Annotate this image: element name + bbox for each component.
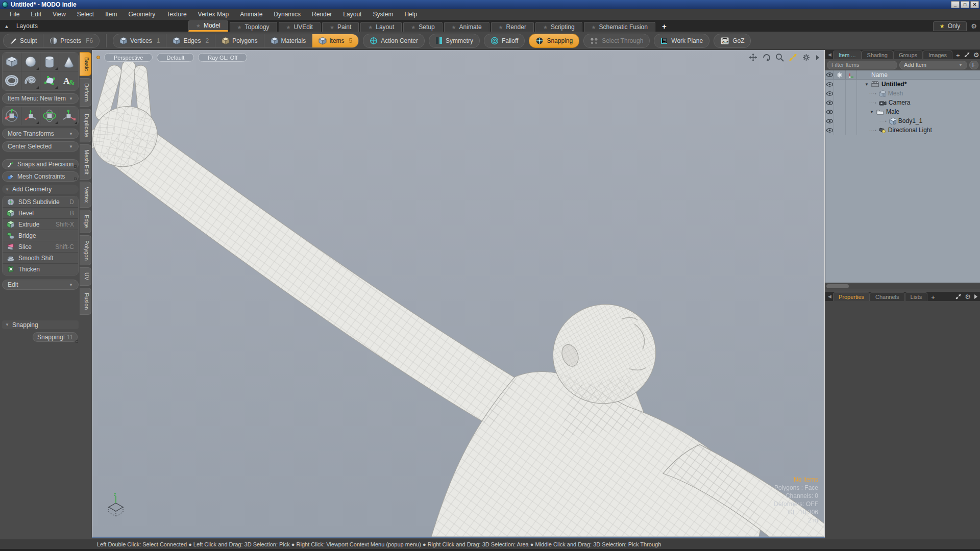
rotate-tool-button[interactable] bbox=[40, 107, 59, 126]
menu-item[interactable]: Item bbox=[100, 9, 122, 20]
tab-channels[interactable]: Channels bbox=[870, 292, 904, 301]
more-transforms-dropdown[interactable]: More Transforms ▼ bbox=[2, 129, 79, 139]
visibility-column-icon[interactable] bbox=[826, 72, 833, 77]
popout-square[interactable] bbox=[74, 178, 77, 180]
add-tab-button[interactable]: + bbox=[657, 21, 672, 32]
close-button[interactable]: ✕ bbox=[970, 1, 979, 8]
sds-subdivide-button[interactable]: SDS Subdivide D bbox=[3, 196, 78, 208]
sculpt-button[interactable]: Sculpt bbox=[4, 34, 43, 47]
falloff-button[interactable]: Falloff bbox=[484, 34, 525, 48]
symmetry-button[interactable]: Symmetry bbox=[429, 34, 480, 48]
menu-view[interactable]: View bbox=[47, 9, 71, 20]
maximize-viewport-icon[interactable] bbox=[789, 53, 797, 62]
vtab-basic[interactable]: Basic bbox=[80, 52, 91, 76]
popout-square[interactable] bbox=[74, 165, 77, 168]
filter-items-input[interactable] bbox=[827, 61, 897, 69]
viewport-mode-button[interactable]: Perspective bbox=[104, 53, 153, 62]
viewport-3d[interactable]: Perspective Default Ray GL: Off z No Ite… bbox=[92, 50, 825, 538]
vtab-deform[interactable]: Deform bbox=[80, 78, 91, 107]
pen-polygon-button[interactable] bbox=[40, 71, 59, 90]
cone-primitive-button[interactable] bbox=[59, 53, 78, 71]
presets-button[interactable]: Presets F6 bbox=[43, 34, 99, 47]
name-column-header[interactable]: Name bbox=[857, 71, 980, 79]
tab-layout[interactable]: ★ Layout bbox=[360, 22, 402, 32]
menu-vertex-map[interactable]: Vertex Map bbox=[192, 9, 235, 20]
vertices-mode-button[interactable]: Vertices 1 bbox=[113, 34, 166, 47]
tree-row-scene[interactable]: ▼ Untitled* bbox=[825, 80, 980, 89]
eye-icon[interactable] bbox=[826, 82, 833, 87]
extrude-button[interactable]: Extrude Shift-X bbox=[3, 219, 78, 230]
layouts-menu[interactable]: Layouts bbox=[16, 22, 38, 30]
tab-schematic-fusion[interactable]: ★ Schematic Fusion bbox=[584, 22, 655, 32]
work-plane-button[interactable]: Work Plane bbox=[654, 34, 709, 48]
sphere-primitive-button[interactable] bbox=[21, 53, 40, 71]
cylinder-primitive-button[interactable] bbox=[40, 53, 59, 71]
snaps-precision-button[interactable]: Snaps and Precision bbox=[2, 159, 79, 169]
edges-mode-button[interactable]: Edges 2 bbox=[166, 34, 215, 47]
menu-system[interactable]: System bbox=[367, 9, 399, 20]
tab-animate[interactable]: ★ Animate bbox=[444, 22, 489, 32]
helix-primitive-button[interactable] bbox=[21, 71, 40, 90]
slice-button[interactable]: Slice Shift-C bbox=[3, 241, 78, 253]
tab-shading[interactable]: Shading bbox=[862, 51, 893, 59]
add-panel-tab-button[interactable]: + bbox=[952, 52, 964, 59]
vtab-duplicate[interactable]: Duplicate bbox=[80, 109, 91, 142]
bridge-button[interactable]: Bridge bbox=[3, 230, 78, 241]
gear-icon[interactable]: ⚙ bbox=[971, 22, 977, 30]
eye-icon[interactable] bbox=[826, 91, 833, 96]
eye-icon[interactable] bbox=[826, 101, 833, 105]
tab-images[interactable]: Images bbox=[923, 51, 952, 59]
expand-triangle-icon[interactable]: ▼ bbox=[864, 82, 869, 87]
tab-setup[interactable]: ★ Setup bbox=[403, 22, 442, 32]
menu-file[interactable]: File bbox=[4, 9, 25, 20]
materials-mode-button[interactable]: Materials bbox=[264, 34, 313, 47]
tab-paint[interactable]: ★ Paint bbox=[322, 22, 359, 32]
snapping-section-header[interactable]: ▼ Snapping bbox=[2, 320, 79, 329]
menu-geometry[interactable]: Geometry bbox=[123, 9, 161, 20]
vtab-vertex[interactable]: Vertex bbox=[80, 182, 91, 208]
snapping-f11-button[interactable]: Snapping F11 bbox=[33, 332, 78, 342]
tab-groups[interactable]: Groups bbox=[893, 51, 923, 59]
expand-panel-icon[interactable] bbox=[955, 293, 962, 300]
add-geometry-header[interactable]: ▼ Add Geometry bbox=[2, 185, 79, 194]
torus-primitive-button[interactable] bbox=[3, 71, 21, 90]
bevel-button[interactable]: Bevel B bbox=[3, 208, 78, 219]
add-item-dropdown[interactable]: Add Item ▼ bbox=[899, 61, 967, 69]
eye-icon[interactable] bbox=[826, 110, 833, 114]
popout-square[interactable] bbox=[76, 340, 78, 343]
orbit-icon[interactable] bbox=[762, 53, 771, 62]
edit-dropdown[interactable]: Edit ▼ bbox=[2, 280, 79, 290]
thicken-button[interactable]: Thicken bbox=[3, 264, 78, 275]
tab-properties[interactable]: Properties bbox=[833, 292, 870, 301]
filter-preset-button[interactable]: F bbox=[969, 61, 978, 69]
maximize-button[interactable]: □ bbox=[961, 1, 969, 8]
menu-render[interactable]: Render bbox=[306, 9, 337, 20]
tab-lists[interactable]: Lists bbox=[905, 292, 928, 301]
locator-column-icon[interactable] bbox=[848, 72, 854, 78]
collapse-panel-icon[interactable]: ◀ bbox=[826, 52, 833, 57]
tree-row-camera[interactable]: ···▪ Camera bbox=[825, 98, 980, 107]
vtab-edge[interactable]: Edge bbox=[80, 210, 91, 233]
collapse-panel-icon[interactable]: ◀ bbox=[826, 294, 833, 299]
eye-icon[interactable] bbox=[826, 119, 833, 123]
pan-icon[interactable] bbox=[749, 53, 757, 62]
expand-panel-icon[interactable] bbox=[964, 52, 970, 58]
vtab-uv[interactable]: UV bbox=[80, 267, 91, 285]
menu-select[interactable]: Select bbox=[71, 9, 100, 20]
move-tool-button[interactable] bbox=[21, 107, 40, 126]
smooth-shift-button[interactable]: Smooth Shift bbox=[3, 253, 78, 264]
menu-help[interactable]: Help bbox=[399, 9, 423, 20]
tab-item-list[interactable]: Item ... bbox=[833, 51, 862, 59]
panel-gear-icon[interactable]: ⚙ bbox=[973, 51, 979, 59]
action-center-button[interactable]: Action Center bbox=[363, 34, 425, 48]
add-panel-tab-button[interactable]: + bbox=[927, 293, 939, 301]
zoom-icon[interactable] bbox=[775, 53, 784, 62]
eye-icon[interactable] bbox=[826, 128, 833, 133]
tab-topology[interactable]: ★ Topology bbox=[230, 22, 277, 32]
minimize-button[interactable]: _ bbox=[951, 1, 960, 8]
item-tree-hscrollbar[interactable] bbox=[825, 283, 980, 289]
menu-dynamics[interactable]: Dynamics bbox=[268, 9, 306, 20]
text-tool-button[interactable]: A& bbox=[59, 71, 78, 90]
expand-triangle-icon[interactable]: ▼ bbox=[869, 110, 874, 114]
tab-model[interactable]: ★ Model bbox=[188, 20, 228, 32]
